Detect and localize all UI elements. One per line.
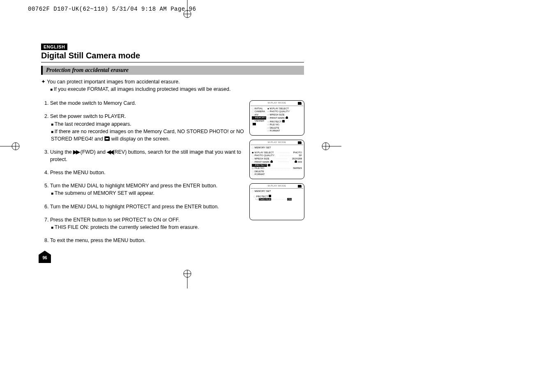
- print-mark-icon: [270, 160, 273, 163]
- step-item: Turn the MENU DIAL to highlight PROTECT …: [50, 203, 260, 210]
- registration-mark-icon: [179, 0, 196, 18]
- setting-row: MPEG4 SIZE·············352X288: [252, 157, 302, 161]
- step-sub: If there are no recorded images on the M…: [51, 128, 260, 143]
- print-header: 00762F D107-UK(62~110) 5/31/04 9:18 AM P…: [28, 6, 196, 12]
- step-item: Turn the MENU DIAL to highlight MEMORY a…: [50, 182, 260, 197]
- section-heading: Protection from accidental erasure: [41, 66, 304, 75]
- setting-row: PHOTO QUALITY·············SF: [252, 154, 302, 157]
- menu-item-selected: MEMORY: [252, 116, 266, 120]
- step-sub: THIS FILE ON: protects the currently sel…: [51, 224, 260, 231]
- step-item: Set the power switch to PLAYER. The last…: [50, 113, 260, 143]
- camera-screen-3: M.PLAY MODE MEMORY SET PROTECT THIS FILE…: [249, 183, 304, 220]
- menu-item: PROTECT: [253, 195, 302, 198]
- menu-heading: MEMORY SET: [252, 190, 302, 193]
- submenu-item: FORMAT: [267, 129, 302, 133]
- print-mark-icon: [295, 160, 297, 163]
- intro-block: You can protect important images from ac…: [41, 78, 304, 93]
- page-number: 96: [39, 256, 51, 260]
- menu-item: INITIAL: [252, 107, 267, 111]
- registration-mark-icon: [321, 138, 341, 156]
- step-item: Press the ENTER button to set PROTECT to…: [50, 216, 260, 231]
- lock-icon: [269, 195, 271, 197]
- page-number-badge: 96: [39, 251, 51, 263]
- page-title: Digital Still Camera mode: [41, 51, 304, 62]
- setting-row: ◇ FILE NO.·····················SERIES: [252, 167, 302, 170]
- registration-mark-icon: [179, 269, 196, 290]
- registration-mark-icon: [0, 138, 21, 156]
- fwd-icon: ▶▶: [73, 149, 79, 155]
- submenu-item: PHOTO QUALITY: [267, 110, 302, 113]
- language-tag: ENGLISH: [41, 44, 67, 50]
- setting-row: FORMAT: [252, 173, 302, 176]
- memory-card-icon: [104, 136, 110, 141]
- menu-sub-selected: THIS FILE·············· ON: [255, 198, 302, 201]
- setting-row: PRINT MARK·········· 000: [252, 160, 302, 164]
- setting-row: DELETE: [252, 170, 302, 173]
- camera-menu-illustrations: M.PLAY MODE INITIAL CAMERA A/V MEMORY VI…: [249, 100, 304, 224]
- setting-row: ◆ M.PLAY SELECT············PHOTO: [252, 151, 302, 154]
- step-item: Using the ▶▶ (FWD) and ◀◀(REV) buttons, …: [50, 148, 260, 163]
- memory-card-icon: [298, 141, 302, 144]
- screen-title: M.PLAY MODE: [251, 184, 303, 189]
- camera-screen-1: M.PLAY MODE INITIAL CAMERA A/V MEMORY VI…: [249, 100, 304, 136]
- screen-title: M.PLAY MODE: [251, 141, 303, 145]
- memory-card-icon: [298, 185, 302, 188]
- submenu-item: DELETE: [267, 127, 302, 130]
- intro-line: You can protect important images from ac…: [41, 78, 304, 85]
- step-sub: The last recorded image appears.: [51, 120, 260, 128]
- screen-title: M.PLAY MODE: [251, 101, 303, 106]
- memory-card-icon: [298, 102, 302, 105]
- intro-sub: If you execute FORMAT, all images includ…: [50, 85, 304, 93]
- step-sub: The submenu of MEMORY SET will appear.: [51, 189, 260, 197]
- menu-item: A/V: [252, 113, 267, 117]
- camera-icon: [253, 123, 256, 125]
- submenu-item: MPEG4 SIZE: [267, 113, 302, 117]
- rev-icon: ◀◀: [107, 149, 113, 155]
- submenu-item: FILE NO.: [267, 123, 302, 127]
- menu-item: CAMERA: [252, 110, 267, 113]
- submenu-item: PROTECT: [267, 120, 302, 124]
- camera-screen-2: M.PLAY MODE MEMORY SET ◆ M.PLAY SELECT··…: [249, 140, 304, 179]
- menu-heading: MEMORY SET: [252, 146, 302, 150]
- step-item: To exit the menu, press the MENU button.: [50, 237, 260, 244]
- submenu-item: PRINT MARK: [267, 116, 302, 120]
- step-list: Set the mode switch to Memory Card. Set …: [50, 99, 260, 244]
- setting-row-selected: PROTECT: [252, 164, 302, 167]
- lock-icon: [282, 120, 285, 122]
- step-item: Press the MENU button.: [50, 169, 260, 176]
- print-mark-icon: [286, 116, 288, 119]
- submenu-item: M.PLAY SELECT: [267, 107, 302, 111]
- menu-item: VIEWER: [252, 120, 267, 123]
- step-item: Set the mode switch to Memory Card.: [50, 99, 260, 107]
